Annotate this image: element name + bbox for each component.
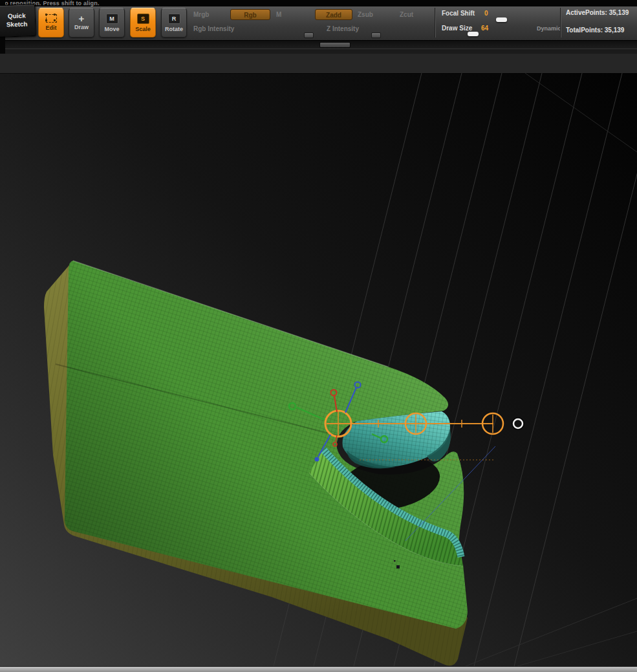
move-button[interactable]: M Move bbox=[99, 8, 125, 38]
draw-size-label: Draw Size bbox=[442, 25, 472, 32]
rgb-intensity-slider-label: Rgb Intensity bbox=[193, 25, 234, 32]
rotate-label: Rotate bbox=[165, 26, 183, 32]
dynamic-toggle[interactable]: Dynamic bbox=[537, 25, 561, 32]
edit-label: Edit bbox=[46, 25, 57, 31]
zsub-toggle[interactable]: Zsub bbox=[358, 11, 373, 18]
scale-icon: S bbox=[137, 14, 149, 24]
mesh-marker-dot-small bbox=[394, 560, 396, 562]
zcut-toggle[interactable]: Zcut bbox=[400, 11, 413, 18]
z-intensity-slider-handle[interactable] bbox=[371, 32, 381, 38]
quick-sketch-button[interactable]: Quick Sketch bbox=[0, 4, 36, 38]
toolbar-canvas-divider bbox=[0, 49, 637, 54]
move-label: Move bbox=[104, 26, 119, 32]
zadd-toggle[interactable]: Zadd bbox=[315, 9, 352, 20]
focal-shift-label: Focal Shift bbox=[442, 10, 475, 17]
mrgb-toggle[interactable]: Mrgb bbox=[193, 11, 209, 18]
rotate-button[interactable]: R Rotate bbox=[161, 8, 187, 38]
draw-label: Draw bbox=[74, 24, 89, 30]
scrollbar-handle[interactable] bbox=[319, 42, 351, 48]
toolbar-divider bbox=[435, 8, 435, 38]
marquee-icon bbox=[46, 14, 57, 23]
draw-size-value: 64 bbox=[481, 25, 488, 32]
z-intensity-slider-label: Z Intensity bbox=[327, 25, 359, 32]
blue-axis-handle-lower[interactable] bbox=[315, 457, 319, 462]
crosshair-icon: + bbox=[79, 15, 85, 22]
toolbar-divider bbox=[560, 8, 561, 38]
canvas-top-margin bbox=[0, 54, 637, 73]
rgb-toggle[interactable]: Rgb bbox=[230, 9, 270, 20]
move-icon: M bbox=[106, 14, 118, 24]
draw-size-slider-handle[interactable] bbox=[468, 32, 479, 36]
edit-button[interactable]: Edit bbox=[38, 8, 64, 38]
focal-shift-slider-handle[interactable] bbox=[496, 17, 507, 22]
rotate-icon: R bbox=[168, 14, 180, 24]
sculpt-canvas[interactable] bbox=[0, 54, 637, 666]
total-points-stat: TotalPoints: 35,139 bbox=[566, 27, 636, 34]
focal-shift-value: 0 bbox=[484, 10, 488, 17]
draw-button[interactable]: + Draw bbox=[69, 8, 94, 38]
quick-sketch-label-2: Sketch bbox=[0, 19, 35, 29]
zbrush-window: to reposition. Press shift to align. Qui… bbox=[0, 0, 637, 672]
hint-bar: to reposition. Press shift to align. bbox=[0, 0, 637, 6]
rgb-intensity-slider-handle[interactable] bbox=[304, 32, 314, 38]
bottom-tray-bar bbox=[0, 666, 637, 672]
horizontal-scrollbar[interactable] bbox=[5, 40, 637, 49]
mesh-marker-dot bbox=[396, 565, 400, 569]
scale-label: Scale bbox=[135, 26, 151, 32]
active-points-stat: ActivePoints: 35,139 bbox=[566, 9, 636, 16]
scale-button[interactable]: S Scale bbox=[130, 8, 156, 38]
m-toggle[interactable]: M bbox=[276, 11, 281, 18]
